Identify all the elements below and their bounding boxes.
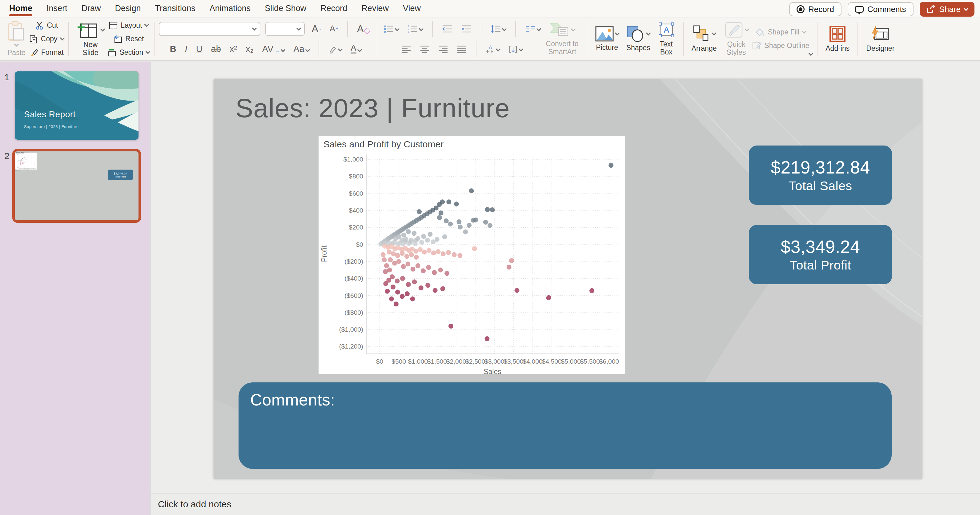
align-left-button[interactable] xyxy=(399,45,413,53)
ribbon-divider xyxy=(587,22,587,56)
total-sales-kpi-card[interactable]: $219,312.84 Total Sales xyxy=(749,146,892,205)
cut-button[interactable]: Cut xyxy=(35,20,58,31)
svg-text:$200: $200 xyxy=(349,224,363,231)
grow-font-button[interactable]: Aˆ xyxy=(310,23,323,35)
text-box-button[interactable]: A Text Box xyxy=(654,20,679,58)
slide-2-thumbnail-selected[interactable]: Sales: 2023 | Furniture $1,000$800$600$4… xyxy=(12,149,141,223)
notes-pane[interactable]: Click to add notes xyxy=(151,493,980,515)
designer-button[interactable]: Designer xyxy=(862,23,898,54)
strikethrough-button[interactable]: ab xyxy=(209,44,223,54)
increase-indent-button[interactable] xyxy=(459,25,473,33)
character-spacing-button[interactable]: AV↔ xyxy=(260,44,287,54)
paste-clipboard-icon xyxy=(7,21,25,41)
tab-design[interactable]: Design xyxy=(115,0,141,17)
clear-formatting-button[interactable]: A▢ xyxy=(355,23,372,35)
font-name-select[interactable] xyxy=(159,22,260,36)
highlight-button[interactable] xyxy=(326,45,344,54)
quick-styles-icon xyxy=(724,21,749,38)
svg-text:A: A xyxy=(489,45,492,50)
comments-text-box[interactable]: Comments: xyxy=(239,382,892,469)
align-right-button[interactable] xyxy=(436,45,450,53)
numbering-icon: 123 xyxy=(407,25,418,33)
justify-button[interactable] xyxy=(455,45,468,53)
decrease-indent-button[interactable] xyxy=(440,25,454,33)
svg-text:$3,500: $3,500 xyxy=(28,168,30,169)
shape-outline-button[interactable]: Shape Outline xyxy=(752,41,810,51)
svg-text:$0: $0 xyxy=(376,358,383,365)
superscript-button[interactable]: x² xyxy=(228,44,239,54)
convert-smartart-button[interactable]: Convert to SmartArt xyxy=(542,20,582,58)
shrink-font-button[interactable]: Aˇ xyxy=(328,24,340,33)
tab-review[interactable]: Review xyxy=(361,0,389,17)
bullets-icon xyxy=(383,25,394,33)
text-direction-button[interactable]: A xyxy=(484,45,502,54)
svg-text:$3,000: $3,000 xyxy=(27,168,28,169)
ribbon-mini-divider xyxy=(481,21,481,37)
record-button[interactable]: Record xyxy=(789,2,842,16)
subscript-glyph: x₂ xyxy=(246,44,254,54)
slide-title-text[interactable]: Sales: 2023 | Furniture xyxy=(235,93,510,123)
svg-text:$4,000: $4,000 xyxy=(523,358,542,365)
tab-record[interactable]: Record xyxy=(320,0,347,17)
tab-insert[interactable]: Insert xyxy=(46,0,67,17)
svg-text:($1,000): ($1,000) xyxy=(339,326,363,333)
svg-text:$2,500: $2,500 xyxy=(25,168,27,169)
svg-text:Profit: Profit xyxy=(320,245,328,262)
arrange-button[interactable]: Arrange xyxy=(688,23,721,54)
bold-glyph: B xyxy=(170,44,177,54)
picture-button[interactable]: Picture xyxy=(592,24,623,54)
shapes-button[interactable]: Shapes xyxy=(623,24,654,54)
underline-button[interactable]: U xyxy=(194,44,204,54)
record-icon xyxy=(797,5,805,13)
align-center-button[interactable] xyxy=(418,45,431,53)
bold-button[interactable]: B xyxy=(168,44,178,54)
subscript-button[interactable]: x₂ xyxy=(244,44,256,54)
share-chevron-icon xyxy=(964,6,969,11)
comments-button[interactable]: Comments xyxy=(848,2,913,16)
tab-transitions[interactable]: Transitions xyxy=(155,0,196,17)
shape-fill-label: Shape Fill xyxy=(768,28,799,36)
font-name-chevron-icon xyxy=(252,25,257,30)
shape-fill-button[interactable]: Shape Fill xyxy=(756,27,806,38)
font-color-button[interactable]: A xyxy=(349,44,363,54)
tab-home[interactable]: Home xyxy=(9,0,32,17)
reset-button[interactable]: Reset xyxy=(114,34,144,44)
section-button[interactable]: Section xyxy=(108,48,150,58)
tab-slide-show[interactable]: Slide Show xyxy=(265,0,306,17)
columns-button[interactable] xyxy=(523,25,542,33)
new-slide-button[interactable]: New Slide xyxy=(73,19,108,59)
ribbon-divider xyxy=(858,22,858,56)
paste-button[interactable]: Paste xyxy=(4,19,29,59)
change-case-button[interactable]: Aa xyxy=(291,44,311,54)
numbering-button[interactable]: 123 xyxy=(406,25,425,33)
align-left-icon xyxy=(401,45,411,53)
add-ins-button[interactable]: Add-ins xyxy=(822,23,853,54)
scatter-chart[interactable]: $1,000$800$600$400$200$0($200)($400)($60… xyxy=(318,136,625,374)
highlighter-icon xyxy=(328,45,337,54)
comments-icon xyxy=(855,6,864,13)
italic-button[interactable]: I xyxy=(183,44,189,54)
slide-1-subtitle: Superstore | 2023 | Furniture xyxy=(24,124,78,129)
quick-styles-button[interactable]: Quick Styles xyxy=(721,19,752,59)
tab-view[interactable]: View xyxy=(403,0,421,17)
svg-text:$0: $0 xyxy=(18,160,19,161)
font-size-chevron-icon xyxy=(296,25,301,30)
tab-draw[interactable]: Draw xyxy=(81,0,101,17)
slide-editing-surface[interactable]: Sales: 2023 | Furniture $1,000$800$600$4… xyxy=(214,79,922,479)
share-button[interactable]: Share xyxy=(920,2,974,17)
arrange-label: Arrange xyxy=(692,45,717,52)
tab-animations[interactable]: Animations xyxy=(210,0,251,17)
slide-editing-surface[interactable]: Sales: 2023 | Furniture $1,000$800$600$4… xyxy=(15,152,37,171)
font-size-select[interactable] xyxy=(265,22,305,36)
total-profit-kpi-card[interactable]: $3,349.24 Total Profit xyxy=(749,225,892,284)
svg-text:$1,500: $1,500 xyxy=(427,358,447,365)
format-painter-button[interactable]: Format xyxy=(30,48,64,58)
slide-1-thumbnail[interactable]: Sales Report Superstore | 2023 | Furnitu… xyxy=(15,72,138,140)
align-text-vertical-icon xyxy=(509,45,518,54)
bullets-button[interactable] xyxy=(382,25,401,33)
copy-button[interactable]: Copy xyxy=(29,34,64,44)
line-spacing-button[interactable] xyxy=(489,25,508,33)
layout-button[interactable]: Layout xyxy=(109,20,148,31)
ribbon-collapse-chevron-icon[interactable] xyxy=(809,52,813,57)
align-text-vertical-button[interactable] xyxy=(507,45,525,54)
